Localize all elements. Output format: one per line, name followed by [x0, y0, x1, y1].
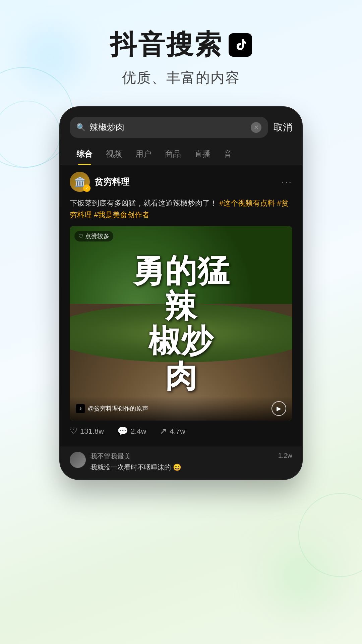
post-text: 下饭菜到底有多凶猛，就看这道辣椒炒肉了！ #这个视频有点料 #贫穷料理 #我是美… [70, 197, 292, 221]
tab-bar: 综合 视频 用户 商品 直播 音 [60, 143, 302, 165]
comment-section: 我不管我最美 我就没一次看时不咽唾沫的 😄 1.2w [60, 446, 302, 479]
username[interactable]: 贫穷料理 [95, 176, 129, 188]
main-title-container: 抖音搜索 [0, 27, 362, 63]
video-overlay-text: 勇的猛辣椒炒肉 [81, 253, 281, 393]
post-header: 🏛️ ✓ 贫穷料理 ··· [70, 172, 292, 192]
header-section: 抖音搜索 优质、丰富的内容 [0, 0, 362, 101]
tab-综合[interactable]: 综合 [70, 143, 99, 165]
tab-用户[interactable]: 用户 [129, 143, 158, 165]
avatar[interactable]: 🏛️ ✓ [70, 172, 90, 192]
share-icon: ↗ [160, 426, 167, 436]
subtitle: 优质、丰富的内容 [0, 68, 362, 87]
phone-inner: 🔍 辣椒炒肉 ✕ 取消 综合 视频 用户 商品 直播 音 [60, 107, 302, 479]
app-title: 抖音搜索 [110, 27, 223, 63]
comment-icon: 💬 [117, 426, 128, 436]
hashtag-3[interactable]: #我是美食创作者 [94, 211, 149, 219]
comment-action[interactable]: 💬 2.4w [117, 426, 146, 436]
tab-商品[interactable]: 商品 [158, 143, 188, 165]
more-options-icon[interactable]: ··· [282, 176, 292, 187]
search-cancel-button[interactable]: 取消 [274, 121, 292, 134]
tab-音[interactable]: 音 [217, 143, 239, 165]
hashtag-1[interactable]: #这个视频有点料 [219, 199, 275, 207]
action-bar: ♡ 131.8w 💬 2.4w ↗ 4.7w [70, 421, 292, 440]
comment-content: 我不管我最美 我就没一次看时不咽唾沫的 😄 [90, 452, 274, 472]
comment-count: 2.4w [131, 427, 146, 436]
search-icon: 🔍 [76, 123, 85, 132]
phone-mockup: 🔍 辣椒炒肉 ✕ 取消 综合 视频 用户 商品 直播 音 [60, 107, 302, 479]
content-area: 🏛️ ✓ 贫穷料理 ··· 下饭菜到底有多凶猛，就看这道辣椒炒肉了！ #这个视频… [60, 165, 302, 446]
like-count: 131.8w [80, 427, 104, 436]
video-badge: ♡ 点赞较多 [74, 231, 113, 241]
video-text-overlay: 勇的猛辣椒炒肉 [81, 253, 281, 393]
video-source: ♪ @贫穷料理创作的原声 [76, 404, 148, 413]
share-action[interactable]: ↗ 4.7w [160, 426, 185, 436]
heart-icon: ♡ [78, 233, 83, 239]
share-count: 4.7w [170, 427, 185, 436]
video-image-area: 勇的猛辣椒炒肉 [70, 226, 292, 421]
video-container[interactable]: ♡ 点赞较多 勇的猛辣椒炒肉 [70, 226, 292, 421]
comment-username: 我不管我最美 [90, 452, 274, 461]
verified-badge: ✓ [83, 184, 90, 192]
search-bar-area: 🔍 辣椒炒肉 ✕ 取消 [60, 107, 302, 143]
comment-like-count: 1.2w [278, 452, 292, 460]
video-bottom-bar: ♪ @贫穷料理创作的原声 ▶ [70, 396, 292, 421]
phone-container: 🔍 辣椒炒肉 ✕ 取消 综合 视频 用户 商品 直播 音 [0, 107, 362, 479]
tab-视频[interactable]: 视频 [99, 143, 129, 165]
video-source-text: @贫穷料理创作的原声 [88, 405, 148, 413]
heart-icon: ♡ [70, 426, 77, 436]
search-input-box[interactable]: 🔍 辣椒炒肉 ✕ [70, 117, 268, 138]
user-info: 🏛️ ✓ 贫穷料理 [70, 172, 129, 192]
search-query: 辣椒炒肉 [89, 121, 247, 133]
like-action[interactable]: ♡ 131.8w [70, 426, 104, 436]
comment-avatar [70, 452, 86, 468]
play-button[interactable]: ▶ [272, 401, 286, 416]
tiktok-small-icon: ♪ [76, 404, 85, 413]
comment-text: 我就没一次看时不咽唾沫的 😄 [90, 462, 274, 472]
tiktok-logo-icon [229, 33, 252, 57]
tab-直播[interactable]: 直播 [188, 143, 217, 165]
search-clear-button[interactable]: ✕ [251, 122, 261, 133]
post-body-text: 下饭菜到底有多凶猛，就看这道辣椒炒肉了！ [70, 199, 217, 207]
video-badge-text: 点赞较多 [85, 232, 109, 240]
